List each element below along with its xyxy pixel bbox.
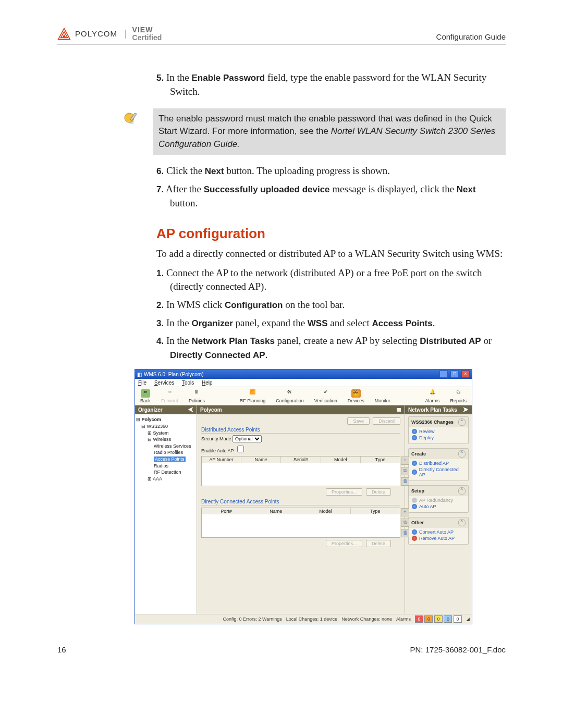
properties-button-2[interactable]: Properties...: [326, 540, 363, 547]
tree-node[interactable]: ⊟ Wireless: [136, 436, 195, 443]
tool-monitor[interactable]: Monitor: [370, 387, 396, 405]
copy-icon[interactable]: ⧉: [401, 519, 409, 527]
organizer-tree[interactable]: Polycom⊟ WSS2360⊞ System⊟ WirelessWirele…: [135, 414, 197, 614]
delete-button[interactable]: Delete: [366, 488, 391, 496]
direct-ap-table[interactable]: Port# Name Model Type + ⧉ 🗑: [201, 508, 400, 538]
task-link[interactable]: Remove Auto AP: [412, 535, 465, 541]
collapse-icon[interactable]: ⮞: [463, 407, 469, 413]
polycom-logo-icon: [57, 27, 71, 41]
menu-tools[interactable]: Tools: [182, 380, 194, 386]
tile-icon[interactable]: ▦: [397, 407, 401, 413]
tool-policies[interactable]: 🗎Policies: [183, 387, 210, 405]
task-link[interactable]: Deploy: [412, 435, 465, 441]
task-link[interactable]: Review: [412, 428, 465, 435]
menu-file[interactable]: File: [138, 380, 146, 386]
group-distributed: Distributed Access Points: [201, 427, 400, 434]
organizer-header: Organizer⮜: [135, 405, 197, 414]
chevron-icon[interactable]: ⌃: [458, 487, 466, 495]
distributed-ap-table[interactable]: AP Number Name Serial# Model Type + ⧉: [201, 456, 400, 486]
step-7: 7. After the Successfully uploaded devic…: [156, 182, 506, 210]
tool-reports[interactable]: 🗂Reports: [445, 387, 472, 405]
security-mode-select[interactable]: Optional: [232, 435, 262, 442]
note-callout: The enable password must match the enabl…: [120, 108, 506, 155]
task-link[interactable]: Directly Connected AP: [412, 466, 465, 478]
tool-forward[interactable]: ➡Forward: [156, 387, 183, 405]
toolbar: ⬅Back ➡Forward 🗎Policies 📶RF Planning 🛠C…: [135, 387, 472, 405]
add-icon[interactable]: +: [401, 508, 409, 516]
tree-node[interactable]: ⊟ WSS2360: [136, 423, 195, 430]
delete-button-2[interactable]: Delete: [366, 540, 391, 547]
tree-node[interactable]: Radio Profiles: [136, 449, 195, 456]
tree-node[interactable]: Polycom: [136, 416, 195, 423]
collapse-icon[interactable]: ⮜: [188, 407, 193, 413]
doc-title: Configuration Guide: [436, 32, 506, 41]
menu-services[interactable]: Services: [154, 380, 174, 386]
task-link[interactable]: Convert Auto AP: [412, 529, 465, 535]
tool-spacer: [210, 387, 235, 405]
minimize-button[interactable]: _: [439, 371, 448, 378]
alarm-info[interactable]: 0: [444, 615, 452, 623]
task-group-header[interactable]: Other⌃: [409, 517, 468, 528]
alarm-minor[interactable]: 0: [434, 615, 443, 623]
tool-alarms[interactable]: 🔔Alarms: [420, 387, 445, 405]
tool-back[interactable]: ⬅Back: [135, 387, 156, 405]
tree-node[interactable]: ⊞ AAA: [136, 476, 195, 483]
tree-node[interactable]: Access Points: [136, 456, 195, 463]
section-heading: AP configuration: [156, 226, 506, 242]
maximize-button[interactable]: □: [450, 371, 459, 378]
task-link: AP Redundancy: [412, 497, 465, 503]
step-c1: 1. Connect the AP to the network (distri…: [156, 266, 506, 294]
task-link[interactable]: Distributed AP: [412, 460, 465, 466]
discard-button[interactable]: Discard: [373, 417, 400, 425]
chevron-icon[interactable]: ⌃: [458, 418, 466, 426]
delete-icon[interactable]: 🗑: [401, 529, 409, 537]
tree-node[interactable]: RF Detection: [136, 469, 195, 476]
page-header: POLYCOM | VIEW Certified Configuration G…: [57, 26, 506, 45]
window-titlebar[interactable]: ◧ WMS 6.0: Plan (Polycom) _ □ ×: [135, 369, 472, 379]
note-box: The enable password must match the enabl…: [153, 108, 506, 155]
status-local: Local Changes: 1 device: [286, 616, 338, 622]
copy-icon[interactable]: ⧉: [401, 467, 409, 475]
tool-verification[interactable]: ✔Verification: [309, 387, 342, 405]
close-button[interactable]: ×: [461, 371, 470, 378]
save-button[interactable]: Save: [347, 417, 370, 425]
section-intro: To add a directly connected or distribut…: [156, 247, 506, 261]
page-footer: 16 PN: 1725-36082-001_F.doc: [57, 645, 506, 654]
delete-icon[interactable]: 🗑: [401, 477, 409, 486]
separator: |: [121, 28, 128, 39]
tree-node[interactable]: Wireless Services: [136, 443, 195, 450]
task-group-header[interactable]: Create⌃: [409, 449, 468, 459]
tool-devices[interactable]: 🖧Devices: [342, 387, 370, 405]
menubar[interactable]: File Services Tools Help: [135, 379, 472, 387]
app-icon: ◧: [137, 372, 142, 377]
task-group: Create⌃Distributed APDirectly Connected …: [408, 448, 469, 481]
alarm-clear[interactable]: 0: [454, 615, 462, 623]
tool-rfplanning[interactable]: 📶RF Planning: [235, 387, 271, 405]
alarm-major[interactable]: 0: [424, 615, 433, 623]
part-number: PN: 1725-36082-001_F.doc: [410, 645, 506, 654]
task-group: WSS2360 Changes⌃ReviewDeploy: [408, 416, 469, 444]
tree-node[interactable]: ⊞ System: [136, 430, 195, 437]
task-group-header[interactable]: WSS2360 Changes⌃: [409, 417, 468, 427]
task-group-header[interactable]: Setup⌃: [409, 486, 468, 496]
task-link[interactable]: Auto AP: [412, 503, 465, 510]
wms-window: ◧ WMS 6.0: Plan (Polycom) _ □ × File Ser…: [134, 369, 472, 624]
svg-marker-2: [63, 34, 66, 38]
tree-node-selected[interactable]: Access Points: [154, 456, 186, 462]
status-network: Network Changes: none: [341, 616, 392, 622]
chevron-icon[interactable]: ⌃: [458, 519, 466, 526]
menu-help[interactable]: Help: [202, 380, 213, 386]
status-bar: Config: 0 Errors; 2 Warnings Local Chang…: [135, 614, 472, 624]
tool-configuration[interactable]: 🛠Configuration: [271, 387, 309, 405]
tree-node[interactable]: Radios: [136, 463, 195, 470]
step-c2: 2. In WMS click Configuration on the too…: [156, 298, 506, 312]
status-alarms-label: Alarms: [396, 616, 411, 622]
alarm-critical[interactable]: 0: [415, 615, 423, 623]
chevron-icon[interactable]: ⌃: [458, 450, 466, 458]
center-panel: Polycom ▦ Save Discard Distributed Acces…: [197, 405, 405, 614]
resize-grip-icon[interactable]: ◢: [466, 616, 470, 622]
tasks-header: Network Plan Tasks⮞: [405, 405, 472, 414]
add-icon[interactable]: +: [401, 456, 409, 465]
properties-button[interactable]: Properties...: [326, 488, 363, 496]
auto-ap-checkbox[interactable]: [237, 446, 244, 452]
